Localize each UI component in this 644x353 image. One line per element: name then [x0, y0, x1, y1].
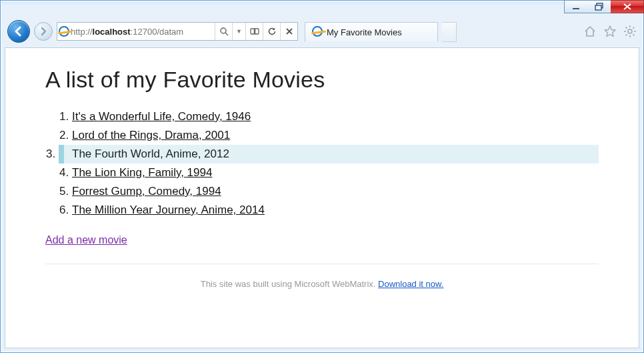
content-viewport: A list of my Favorite Movies It's a Wond…	[5, 47, 639, 348]
url-text: http://localhost:12700/datam	[71, 27, 215, 37]
stop-icon[interactable]	[280, 23, 297, 40]
minimize-button[interactable]	[564, 0, 588, 13]
movie-link[interactable]: Lord of the Rings, Drama, 2001	[72, 129, 230, 141]
tab-title: My Favorite Movies	[327, 27, 402, 37]
footer-download-link[interactable]: Download it now.	[378, 279, 443, 289]
gear-icon[interactable]	[622, 23, 638, 39]
movie-list: It's a Wonderful Life, Comedy, 1946Lord …	[45, 107, 599, 220]
refresh-icon[interactable]	[263, 23, 280, 40]
compat-view-icon[interactable]	[245, 23, 263, 40]
divider	[45, 264, 599, 264]
svg-line-12	[626, 27, 627, 29]
movie-list-item: The Fourth World, Anime, 2012	[59, 145, 599, 163]
home-icon[interactable]	[582, 23, 598, 39]
movie-list-item: Forrest Gump, Comedy, 1994	[72, 182, 599, 201]
movie-list-item: The Lion King, Family, 1994	[72, 163, 599, 182]
close-button[interactable]	[611, 0, 644, 13]
search-icon[interactable]	[215, 23, 232, 40]
svg-rect-0	[573, 8, 579, 9]
movie-link[interactable]: The Million Year Journey, Anime, 2014	[72, 204, 265, 216]
svg-line-14	[626, 34, 627, 35]
browser-window: http://localhost:12700/datam ▼ My Favori…	[0, 0, 644, 353]
movie-label: The Fourth World, Anime, 2012	[72, 147, 229, 160]
add-movie-link[interactable]: Add a new movie	[45, 234, 127, 246]
maximize-button[interactable]	[587, 0, 611, 13]
svg-line-13	[633, 34, 634, 35]
svg-rect-2	[595, 5, 601, 10]
movie-link[interactable]: The Lion King, Family, 1994	[72, 166, 212, 179]
movie-list-item: It's a Wonderful Life, Comedy, 1946	[72, 107, 599, 126]
back-button[interactable]	[7, 20, 30, 43]
ie-icon	[312, 26, 323, 39]
address-bar[interactable]: http://localhost:12700/datam ▼	[57, 22, 298, 41]
movie-link[interactable]: Forrest Gump, Comedy, 1994	[72, 185, 221, 198]
footer-text: This site was built using Microsoft WebM…	[201, 279, 378, 289]
movie-list-item: The Million Year Journey, Anime, 2014	[72, 201, 599, 220]
page-body: A list of my Favorite Movies It's a Wond…	[5, 48, 639, 306]
forward-button[interactable]	[34, 22, 53, 41]
browser-tab[interactable]: My Favorite Movies	[305, 22, 438, 42]
chevron-down-icon[interactable]: ▼	[232, 23, 245, 40]
movie-list-item: Lord of the Rings, Drama, 2001	[72, 126, 599, 145]
favorites-icon[interactable]	[602, 23, 618, 39]
page-title: A list of my Favorite Movies	[45, 67, 599, 93]
ie-icon	[57, 26, 71, 37]
svg-point-7	[628, 29, 632, 33]
nav-bar: http://localhost:12700/datam ▼ My Favori…	[1, 19, 643, 43]
titlebar	[1, 1, 643, 19]
new-tab-button[interactable]	[442, 22, 457, 42]
svg-point-3	[221, 28, 226, 33]
svg-line-4	[225, 33, 228, 35]
footer: This site was built using Microsoft WebM…	[45, 270, 599, 293]
svg-line-15	[633, 27, 634, 29]
movie-link[interactable]: It's a Wonderful Life, Comedy, 1946	[72, 110, 251, 123]
